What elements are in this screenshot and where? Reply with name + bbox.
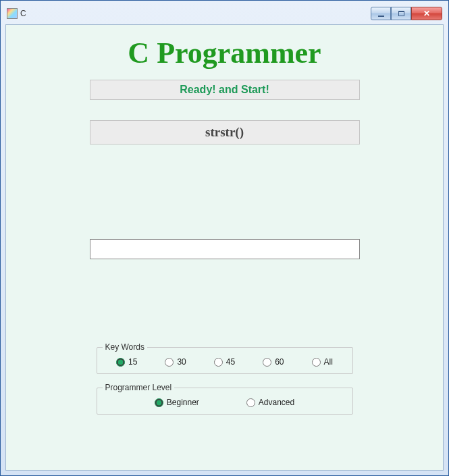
keywords-label-45: 45 (226, 357, 235, 367)
keywords-option-15[interactable]: 15 (116, 357, 137, 367)
level-label-advanced: Advanced (259, 398, 294, 407)
page-title: C Programmer (6, 36, 443, 70)
level-option-beginner[interactable]: Beginner (155, 398, 199, 407)
minimize-button[interactable] (371, 7, 391, 20)
close-button[interactable]: ✕ (411, 7, 442, 20)
answer-input[interactable] (90, 239, 360, 259)
window-controls: ✕ (371, 7, 442, 20)
keywords-option-all[interactable]: All (312, 357, 333, 367)
keywords-label-all: All (324, 357, 333, 367)
keywords-label-30: 30 (177, 357, 186, 367)
app-icon (7, 8, 18, 19)
keywords-option-45[interactable]: 45 (214, 357, 235, 367)
level-legend: Programmer Level (103, 383, 175, 392)
level-radio-advanced[interactable] (246, 398, 255, 407)
client-area: C Programmer Ready! and Start! strstr() … (5, 24, 444, 471)
keywords-radio-15[interactable] (116, 358, 125, 367)
status-bar: Ready! and Start! (90, 80, 360, 100)
window-chrome: C ✕ C Programmer Ready! and Start! strst… (0, 0, 449, 476)
close-icon: ✕ (423, 9, 430, 18)
keywords-label-60: 60 (275, 357, 284, 367)
keywords-option-30[interactable]: 30 (165, 357, 186, 367)
level-label-beginner: Beginner (167, 398, 199, 407)
title-left: C (7, 8, 26, 19)
keywords-label-15: 15 (128, 357, 137, 367)
maximize-button[interactable] (391, 7, 411, 20)
level-option-advanced[interactable]: Advanced (246, 398, 294, 407)
keywords-radio-all[interactable] (312, 358, 321, 367)
titlebar[interactable]: C ✕ (5, 5, 444, 24)
keywords-options: 15 30 45 60 All (103, 357, 347, 367)
level-radio-beginner[interactable] (155, 398, 163, 407)
keywords-group: Key Words 15 30 45 60 (97, 347, 353, 374)
level-group: Programmer Level Beginner Advanced (97, 388, 353, 415)
keywords-radio-60[interactable] (263, 358, 271, 367)
keywords-radio-30[interactable] (165, 358, 174, 367)
window-title: C (20, 9, 26, 18)
keywords-radio-45[interactable] (214, 358, 223, 367)
answer-input-row (90, 239, 360, 259)
keywords-legend: Key Words (103, 342, 147, 352)
keywords-option-60[interactable]: 60 (263, 357, 284, 367)
keyword-display: strstr() (90, 120, 360, 144)
maximize-icon (398, 11, 404, 16)
level-options: Beginner Advanced (103, 398, 347, 407)
minimize-icon (378, 16, 384, 17)
